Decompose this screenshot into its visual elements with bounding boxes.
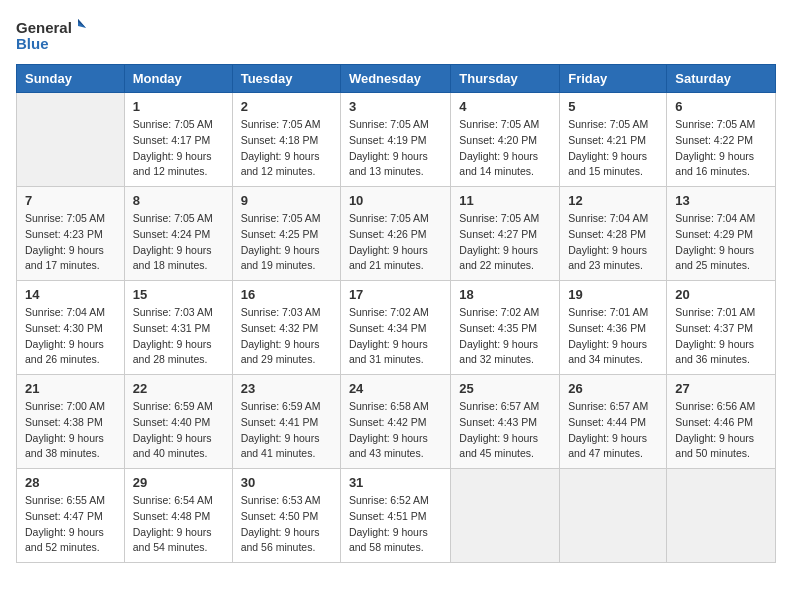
calendar-header-row: SundayMondayTuesdayWednesdayThursdayFrid… — [17, 65, 776, 93]
day-cell: 15Sunrise: 7:03 AMSunset: 4:31 PMDayligh… — [124, 281, 232, 375]
day-number: 19 — [568, 287, 658, 302]
day-info: Sunrise: 7:00 AMSunset: 4:38 PMDaylight:… — [25, 399, 116, 462]
day-number: 31 — [349, 475, 442, 490]
day-cell: 17Sunrise: 7:02 AMSunset: 4:34 PMDayligh… — [340, 281, 450, 375]
day-info: Sunrise: 7:05 AMSunset: 4:17 PMDaylight:… — [133, 117, 224, 180]
week-row-3: 21Sunrise: 7:00 AMSunset: 4:38 PMDayligh… — [17, 375, 776, 469]
day-cell: 12Sunrise: 7:04 AMSunset: 4:28 PMDayligh… — [560, 187, 667, 281]
day-cell: 19Sunrise: 7:01 AMSunset: 4:36 PMDayligh… — [560, 281, 667, 375]
day-cell — [560, 469, 667, 563]
day-cell: 29Sunrise: 6:54 AMSunset: 4:48 PMDayligh… — [124, 469, 232, 563]
day-info: Sunrise: 7:05 AMSunset: 4:24 PMDaylight:… — [133, 211, 224, 274]
day-cell: 1Sunrise: 7:05 AMSunset: 4:17 PMDaylight… — [124, 93, 232, 187]
day-number: 5 — [568, 99, 658, 114]
svg-text:General: General — [16, 19, 72, 36]
day-info: Sunrise: 6:56 AMSunset: 4:46 PMDaylight:… — [675, 399, 767, 462]
day-cell: 23Sunrise: 6:59 AMSunset: 4:41 PMDayligh… — [232, 375, 340, 469]
day-cell: 6Sunrise: 7:05 AMSunset: 4:22 PMDaylight… — [667, 93, 776, 187]
day-info: Sunrise: 6:53 AMSunset: 4:50 PMDaylight:… — [241, 493, 332, 556]
day-number: 8 — [133, 193, 224, 208]
day-number: 15 — [133, 287, 224, 302]
day-info: Sunrise: 7:05 AMSunset: 4:20 PMDaylight:… — [459, 117, 551, 180]
day-number: 18 — [459, 287, 551, 302]
day-cell: 2Sunrise: 7:05 AMSunset: 4:18 PMDaylight… — [232, 93, 340, 187]
day-number: 23 — [241, 381, 332, 396]
day-number: 7 — [25, 193, 116, 208]
week-row-1: 7Sunrise: 7:05 AMSunset: 4:23 PMDaylight… — [17, 187, 776, 281]
header-cell-wednesday: Wednesday — [340, 65, 450, 93]
day-cell — [667, 469, 776, 563]
header-cell-tuesday: Tuesday — [232, 65, 340, 93]
day-info: Sunrise: 6:59 AMSunset: 4:40 PMDaylight:… — [133, 399, 224, 462]
day-info: Sunrise: 7:05 AMSunset: 4:21 PMDaylight:… — [568, 117, 658, 180]
day-info: Sunrise: 7:03 AMSunset: 4:31 PMDaylight:… — [133, 305, 224, 368]
day-info: Sunrise: 6:57 AMSunset: 4:43 PMDaylight:… — [459, 399, 551, 462]
day-cell — [17, 93, 125, 187]
day-cell: 7Sunrise: 7:05 AMSunset: 4:23 PMDaylight… — [17, 187, 125, 281]
day-info: Sunrise: 6:58 AMSunset: 4:42 PMDaylight:… — [349, 399, 442, 462]
day-info: Sunrise: 7:02 AMSunset: 4:35 PMDaylight:… — [459, 305, 551, 368]
day-info: Sunrise: 7:05 AMSunset: 4:26 PMDaylight:… — [349, 211, 442, 274]
week-row-0: 1Sunrise: 7:05 AMSunset: 4:17 PMDaylight… — [17, 93, 776, 187]
day-cell: 22Sunrise: 6:59 AMSunset: 4:40 PMDayligh… — [124, 375, 232, 469]
day-number: 28 — [25, 475, 116, 490]
day-info: Sunrise: 6:57 AMSunset: 4:44 PMDaylight:… — [568, 399, 658, 462]
header-cell-friday: Friday — [560, 65, 667, 93]
day-info: Sunrise: 7:05 AMSunset: 4:23 PMDaylight:… — [25, 211, 116, 274]
day-cell — [451, 469, 560, 563]
day-cell: 25Sunrise: 6:57 AMSunset: 4:43 PMDayligh… — [451, 375, 560, 469]
day-info: Sunrise: 7:05 AMSunset: 4:18 PMDaylight:… — [241, 117, 332, 180]
day-info: Sunrise: 6:55 AMSunset: 4:47 PMDaylight:… — [25, 493, 116, 556]
day-number: 6 — [675, 99, 767, 114]
day-cell: 26Sunrise: 6:57 AMSunset: 4:44 PMDayligh… — [560, 375, 667, 469]
day-cell: 21Sunrise: 7:00 AMSunset: 4:38 PMDayligh… — [17, 375, 125, 469]
logo: General Blue — [16, 16, 86, 56]
day-cell: 18Sunrise: 7:02 AMSunset: 4:35 PMDayligh… — [451, 281, 560, 375]
day-info: Sunrise: 7:04 AMSunset: 4:30 PMDaylight:… — [25, 305, 116, 368]
day-cell: 20Sunrise: 7:01 AMSunset: 4:37 PMDayligh… — [667, 281, 776, 375]
day-info: Sunrise: 7:01 AMSunset: 4:37 PMDaylight:… — [675, 305, 767, 368]
day-info: Sunrise: 7:03 AMSunset: 4:32 PMDaylight:… — [241, 305, 332, 368]
day-cell: 10Sunrise: 7:05 AMSunset: 4:26 PMDayligh… — [340, 187, 450, 281]
day-info: Sunrise: 6:59 AMSunset: 4:41 PMDaylight:… — [241, 399, 332, 462]
day-number: 9 — [241, 193, 332, 208]
day-number: 27 — [675, 381, 767, 396]
day-cell: 4Sunrise: 7:05 AMSunset: 4:20 PMDaylight… — [451, 93, 560, 187]
day-info: Sunrise: 7:05 AMSunset: 4:25 PMDaylight:… — [241, 211, 332, 274]
day-number: 12 — [568, 193, 658, 208]
calendar-body: 1Sunrise: 7:05 AMSunset: 4:17 PMDaylight… — [17, 93, 776, 563]
day-number: 13 — [675, 193, 767, 208]
day-number: 16 — [241, 287, 332, 302]
day-info: Sunrise: 7:04 AMSunset: 4:29 PMDaylight:… — [675, 211, 767, 274]
day-number: 1 — [133, 99, 224, 114]
day-cell: 31Sunrise: 6:52 AMSunset: 4:51 PMDayligh… — [340, 469, 450, 563]
day-number: 30 — [241, 475, 332, 490]
day-cell: 13Sunrise: 7:04 AMSunset: 4:29 PMDayligh… — [667, 187, 776, 281]
day-number: 21 — [25, 381, 116, 396]
day-info: Sunrise: 7:02 AMSunset: 4:34 PMDaylight:… — [349, 305, 442, 368]
day-info: Sunrise: 6:54 AMSunset: 4:48 PMDaylight:… — [133, 493, 224, 556]
day-cell: 24Sunrise: 6:58 AMSunset: 4:42 PMDayligh… — [340, 375, 450, 469]
week-row-4: 28Sunrise: 6:55 AMSunset: 4:47 PMDayligh… — [17, 469, 776, 563]
day-info: Sunrise: 7:04 AMSunset: 4:28 PMDaylight:… — [568, 211, 658, 274]
day-info: Sunrise: 6:52 AMSunset: 4:51 PMDaylight:… — [349, 493, 442, 556]
day-cell: 30Sunrise: 6:53 AMSunset: 4:50 PMDayligh… — [232, 469, 340, 563]
day-cell: 16Sunrise: 7:03 AMSunset: 4:32 PMDayligh… — [232, 281, 340, 375]
day-info: Sunrise: 7:05 AMSunset: 4:19 PMDaylight:… — [349, 117, 442, 180]
day-cell: 8Sunrise: 7:05 AMSunset: 4:24 PMDaylight… — [124, 187, 232, 281]
day-number: 10 — [349, 193, 442, 208]
day-number: 2 — [241, 99, 332, 114]
header: General Blue — [16, 16, 776, 56]
day-number: 4 — [459, 99, 551, 114]
logo-svg: General Blue — [16, 16, 86, 56]
day-info: Sunrise: 7:05 AMSunset: 4:22 PMDaylight:… — [675, 117, 767, 180]
header-cell-monday: Monday — [124, 65, 232, 93]
day-cell: 9Sunrise: 7:05 AMSunset: 4:25 PMDaylight… — [232, 187, 340, 281]
day-number: 14 — [25, 287, 116, 302]
day-cell: 14Sunrise: 7:04 AMSunset: 4:30 PMDayligh… — [17, 281, 125, 375]
calendar-table: SundayMondayTuesdayWednesdayThursdayFrid… — [16, 64, 776, 563]
day-cell: 11Sunrise: 7:05 AMSunset: 4:27 PMDayligh… — [451, 187, 560, 281]
day-cell: 5Sunrise: 7:05 AMSunset: 4:21 PMDaylight… — [560, 93, 667, 187]
day-number: 26 — [568, 381, 658, 396]
header-cell-sunday: Sunday — [17, 65, 125, 93]
